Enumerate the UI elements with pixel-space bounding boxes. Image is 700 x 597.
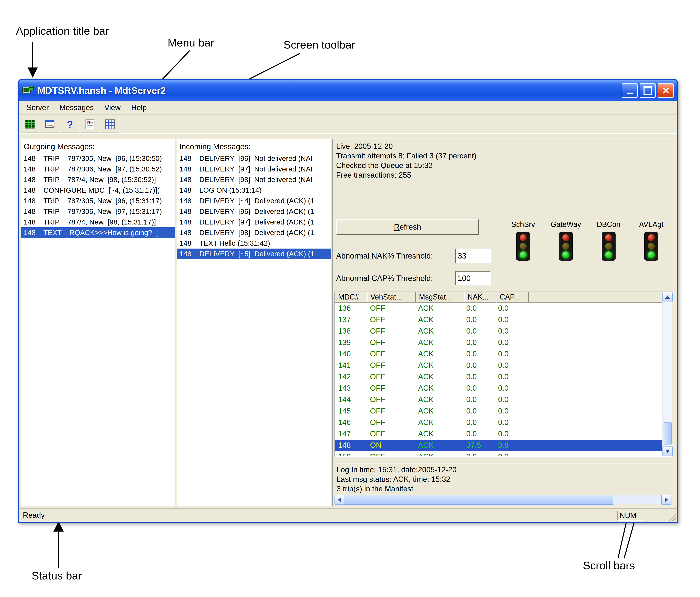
menu-item-messages[interactable]: Messages	[54, 102, 99, 114]
menu-item-server[interactable]: Server	[21, 102, 54, 114]
mdc-cell-filler	[527, 383, 662, 394]
mdc-cell-msgstat: ACK	[415, 348, 463, 360]
cap-threshold-label: Abnormal CAP% Threshold:	[336, 274, 433, 283]
mdc-cell-msgstat: ACK	[415, 371, 463, 383]
mdc-cell-msgstat: ACK	[415, 394, 463, 405]
column-header-nak[interactable]: NAK...	[464, 292, 496, 303]
mdc-row[interactable]: 140 OFF ACK 0.0 0.0	[335, 348, 662, 360]
mdc-row[interactable]: 138 OFF ACK 0.0 0.0	[335, 326, 662, 337]
mdc-row[interactable]: 150 OFF ACK 0.0 0.0	[335, 451, 662, 456]
list-item[interactable]: 148 TEXT RQACK>>>How is going? [	[21, 227, 175, 238]
mdc-cell-cap: 0.0	[495, 405, 527, 417]
list-item[interactable]: 148 TRIP 787/4, New [98, (15:31:17)]	[21, 217, 175, 227]
mdc-row[interactable]: 137 OFF ACK 0.0 0.0	[335, 314, 662, 326]
amber-lamp-icon	[605, 243, 612, 250]
mdc-cell-vehstat: OFF	[367, 326, 415, 337]
vertical-scrollbar[interactable]	[662, 292, 672, 456]
menu-item-view[interactable]: View	[99, 102, 126, 114]
horizontal-scrollbar[interactable]	[334, 495, 671, 504]
help-button[interactable]: ?	[61, 116, 79, 133]
list-item[interactable]: 148 LOG ON (15:31:14)	[177, 185, 331, 196]
mdc-cell-vehstat: OFF	[367, 417, 415, 428]
scroll-up-button[interactable]	[662, 292, 673, 302]
cap-threshold-input[interactable]	[455, 271, 491, 285]
matrix-button[interactable]	[101, 116, 119, 133]
list-item[interactable]: 148 TRIP 787/306, New [97, (15:30:52)	[21, 164, 175, 174]
column-header-vehstat[interactable]: VehStat...	[367, 292, 416, 303]
app-window: MDTSRV.hansh - MdtServer2 Server Message…	[18, 79, 678, 523]
mdc-row[interactable]: 144 OFF ACK 0.0 0.0	[335, 394, 662, 405]
mdc-row[interactable]: 136 OFF ACK 0.0 0.0	[335, 303, 662, 314]
mdc-cell-filler	[527, 417, 662, 428]
list-item[interactable]: 148 DELIVERY [98] Delivered (ACK) (1	[177, 227, 331, 238]
mdc-cell-vehstat: ON	[367, 440, 415, 451]
mdc-cell-cap: 0.0	[495, 428, 527, 440]
list-item[interactable]: 148 DELIVERY [98] Not delivered (NAI	[177, 174, 331, 185]
list-item[interactable]: 148 TRIP 787/305, New [96, (15:30:50)	[21, 153, 175, 164]
service-label: AVLAgt	[632, 220, 671, 229]
svg-text:R: R	[87, 120, 90, 125]
mdc-cell-nak: 0.0	[463, 337, 495, 348]
red-lamp-icon	[648, 234, 655, 241]
scroll-left-button[interactable]	[334, 495, 345, 505]
title-bar[interactable]: MDTSRV.hansh - MdtServer2	[19, 80, 677, 101]
column-header-cap[interactable]: CAP...	[496, 292, 529, 303]
mdc-cell-cap: 0.0	[495, 303, 527, 314]
list-item[interactable]: 148 DELIVERY [97] Not delivered (NAI	[177, 164, 331, 174]
nak-threshold-input[interactable]	[455, 249, 491, 263]
resize-grip[interactable]	[667, 512, 676, 521]
list-item[interactable]: 148 TRIP 787/306, New [97, (15:31:17)	[21, 206, 175, 217]
list-item[interactable]: 148 CONFIGURE MDC [~4, (15:31:17)](	[21, 185, 175, 196]
list-item[interactable]: 148 TRIP 787/4, New [98, (15:30:52)]	[21, 174, 175, 185]
scroll-down-button[interactable]	[662, 446, 673, 456]
mdc-cell-cap: 0.0	[495, 394, 527, 405]
properties-button[interactable]	[41, 116, 59, 133]
minimize-button[interactable]	[622, 83, 638, 98]
column-header-msgstat[interactable]: MsgStat...	[416, 292, 464, 303]
green-lamp-icon	[605, 252, 612, 258]
list-item[interactable]: 148 TEXT Hello (15:31:42)	[177, 238, 331, 249]
horizontal-scroll-thumb[interactable]	[344, 495, 613, 505]
mdc-row[interactable]: 143 OFF ACK 0.0 0.0	[335, 383, 662, 394]
mdc-cell-msgstat: ACK	[415, 451, 463, 456]
mdc-cell-number: 137	[335, 314, 367, 326]
mdc-cell-msgstat: ACK	[415, 417, 463, 428]
mdc-row[interactable]: 141 OFF ACK 0.0 0.0	[335, 360, 662, 371]
list-item[interactable]: 148 DELIVERY [~5] Delivered (ACK) (1	[177, 249, 331, 259]
scroll-right-button[interactable]	[661, 495, 671, 505]
mdc-row[interactable]: 146 OFF ACK 0.0 0.0	[335, 417, 662, 428]
column-header-mdc[interactable]: MDC#	[335, 292, 367, 303]
mdc-cell-nak: 0.0	[463, 394, 495, 405]
list-item[interactable]: 148 DELIVERY [~4] Delivered (ACK) (1	[177, 196, 331, 206]
vertical-scroll-thumb[interactable]	[663, 422, 672, 444]
mdc-cell-vehstat: OFF	[367, 394, 415, 405]
service-indicators: SchSrv GateWay	[504, 220, 671, 261]
maximize-button[interactable]	[640, 83, 656, 98]
menu-item-help[interactable]: Help	[126, 102, 152, 114]
mdc-cell-nak: 0.0	[463, 314, 495, 326]
list-item[interactable]: 148 DELIVERY [96] Delivered (ACK) (1	[177, 206, 331, 217]
mdc-cell-number: 143	[335, 383, 367, 394]
report-button[interactable]: R	[81, 116, 99, 133]
mdc-cell-vehstat: OFF	[367, 303, 415, 314]
mdc-row[interactable]: 139 OFF ACK 0.0 0.0	[335, 337, 662, 348]
mdc-row[interactable]: 142 OFF ACK 0.0 0.0	[335, 371, 662, 383]
close-button[interactable]	[657, 83, 674, 98]
list-item[interactable]: 148 DELIVERY [96] Not delivered (NAI	[177, 153, 331, 164]
mdc-cell-filler	[527, 428, 662, 440]
mdc-cell-number: 147	[335, 428, 367, 440]
summary-line: 3 trip(s) in the Manifest	[336, 484, 674, 494]
amber-lamp-icon	[520, 243, 527, 250]
mdc-row[interactable]: 145 OFF ACK 0.0 0.0	[335, 405, 662, 417]
list-item[interactable]: 148 DELIVERY [97] Delivered (ACK) (1	[177, 217, 331, 227]
mdc-row[interactable]: 147 OFF ACK 0.0 0.0	[335, 428, 662, 440]
mdc-row[interactable]: 148 ON ACK 37.5 3.8	[335, 440, 662, 451]
menu-bar: Server Messages View Help	[19, 101, 677, 115]
monitor-panel: Live, 2005-12-20Transmit attempts 8; Fai…	[332, 139, 674, 507]
mdc-cell-number: 136	[335, 303, 367, 314]
refresh-button[interactable]: Refresh	[336, 219, 479, 235]
traffic-light-icon	[644, 232, 658, 261]
list-item[interactable]: 148 TRIP 787/305, New [96, (15:31:17)	[21, 196, 175, 206]
service: SchSrv	[504, 220, 543, 261]
messages-grid-button[interactable]	[21, 116, 39, 133]
